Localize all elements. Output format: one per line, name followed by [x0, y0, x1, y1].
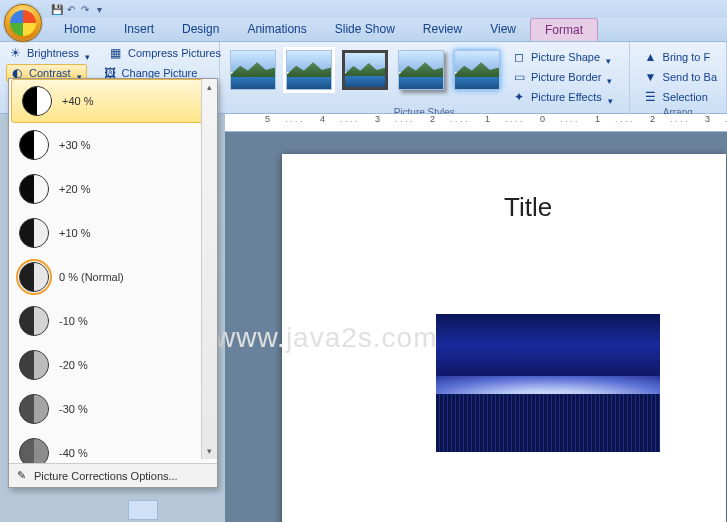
tab-animations[interactable]: Animations — [233, 18, 320, 41]
contrast-dropdown: +40 %+30 %+20 %+10 %0 % (Normal)-10 %-20… — [8, 78, 218, 488]
ruler-tick: 0 — [540, 114, 545, 124]
contrast-item[interactable]: +40 % — [11, 79, 215, 123]
ruler-minor: · · · · — [670, 116, 688, 126]
tab-slideshow[interactable]: Slide Show — [321, 18, 409, 41]
compress-button[interactable]: ▦ Compress Pictures — [107, 44, 222, 62]
compress-icon: ▦ — [108, 45, 124, 61]
compress-label: Compress Pictures — [128, 47, 221, 59]
front-icon: ▲ — [643, 49, 659, 65]
send-to-back-label: Send to Ba — [663, 71, 717, 83]
chevron-down-icon — [606, 54, 613, 61]
contrast-item[interactable]: +20 % — [9, 167, 217, 211]
style-thumb-1[interactable] — [230, 50, 276, 90]
ruler-tick: 2 — [650, 114, 655, 124]
tab-review[interactable]: Review — [409, 18, 476, 41]
contrast-swatch-icon — [19, 218, 49, 248]
selection-icon: ☰ — [643, 89, 659, 105]
chevron-down-icon — [608, 94, 615, 101]
contrast-swatch-icon — [19, 262, 49, 292]
contrast-item-label: +40 % — [62, 95, 94, 107]
contrast-swatch-icon — [19, 438, 49, 463]
ruler-tick: 4 — [320, 114, 325, 124]
ruler-minor: · · · · — [450, 116, 468, 126]
back-icon: ▼ — [643, 69, 659, 85]
slide-thumbnail-panel[interactable] — [128, 500, 158, 520]
slide[interactable]: Title — [282, 154, 726, 522]
ruler-minor: · · · · — [505, 116, 523, 126]
ruler-tick: 3 — [375, 114, 380, 124]
contrast-swatch-icon — [22, 86, 52, 116]
bring-to-front-button[interactable]: ▲ Bring to F — [642, 48, 718, 66]
contrast-item-label: 0 % (Normal) — [59, 271, 124, 283]
chevron-down-icon — [607, 74, 614, 81]
contrast-swatch-icon — [19, 130, 49, 160]
brightness-icon: ☀ — [7, 45, 23, 61]
style-thumb-2[interactable] — [286, 50, 332, 90]
ruler-tick: 1 — [485, 114, 490, 124]
picture-border-button[interactable]: ▭ Picture Border — [510, 68, 616, 86]
redo-icon[interactable]: ↷ — [78, 2, 92, 16]
bring-to-front-label: Bring to F — [663, 51, 711, 63]
tab-insert[interactable]: Insert — [110, 18, 168, 41]
contrast-item-label: -30 % — [59, 403, 88, 415]
tab-design[interactable]: Design — [168, 18, 233, 41]
qat-more-icon[interactable]: ▾ — [92, 2, 106, 16]
contrast-item-label: +10 % — [59, 227, 91, 239]
contrast-item[interactable]: -20 % — [9, 343, 217, 387]
scrollbar[interactable]: ▴ ▾ — [201, 79, 217, 459]
picture-border-label: Picture Border — [531, 71, 601, 83]
style-thumb-3[interactable] — [342, 50, 388, 90]
contrast-swatch-icon — [19, 350, 49, 380]
picture-shape-label: Picture Shape — [531, 51, 600, 63]
selection-pane-label: Selection — [663, 91, 708, 103]
ruler-tick: 3 — [705, 114, 710, 124]
contrast-item[interactable]: -30 % — [9, 387, 217, 431]
effects-icon: ✦ — [511, 89, 527, 105]
contrast-item[interactable]: -40 % — [9, 431, 217, 463]
slide-title[interactable]: Title — [504, 192, 552, 223]
ruler-minor: · · · · — [340, 116, 358, 126]
contrast-item-label: -20 % — [59, 359, 88, 371]
border-icon: ▭ — [511, 69, 527, 85]
scroll-down-icon[interactable]: ▾ — [202, 443, 217, 459]
contrast-swatch-icon — [19, 394, 49, 424]
picture-effects-button[interactable]: ✦ Picture Effects — [510, 88, 616, 106]
style-thumb-4[interactable] — [398, 50, 444, 90]
slide-picture[interactable] — [436, 314, 660, 452]
brightness-button[interactable]: ☀ Brightness — [6, 44, 93, 62]
contrast-item[interactable]: -10 % — [9, 299, 217, 343]
contrast-item-label: +20 % — [59, 183, 91, 195]
contrast-item[interactable]: +30 % — [9, 123, 217, 167]
contrast-item[interactable]: +10 % — [9, 211, 217, 255]
scroll-up-icon[interactable]: ▴ — [202, 79, 217, 95]
style-thumb-5[interactable] — [454, 50, 500, 90]
ruler-minor: · · · · — [285, 116, 303, 126]
office-button[interactable] — [4, 4, 42, 42]
contrast-item-label: -40 % — [59, 447, 88, 459]
picture-effects-label: Picture Effects — [531, 91, 602, 103]
options-icon: ✎ — [17, 469, 26, 482]
contrast-options-button[interactable]: ✎ Picture Corrections Options... — [9, 463, 217, 487]
selection-pane-button[interactable]: ☰ Selection — [642, 88, 718, 106]
tab-view[interactable]: View — [476, 18, 530, 41]
send-to-back-button[interactable]: ▼ Send to Ba — [642, 68, 718, 86]
contrast-swatch-icon — [19, 174, 49, 204]
tab-format[interactable]: Format — [530, 18, 598, 41]
quick-access-toolbar: 💾 ↶ ↷ ▾ — [0, 0, 727, 18]
ruler-tick: 5 — [265, 114, 270, 124]
group-arrange: ▲ Bring to F ▼ Send to Ba ☰ Selection Ar… — [630, 42, 727, 113]
contrast-item[interactable]: 0 % (Normal) — [9, 255, 217, 299]
brightness-label: Brightness — [27, 47, 79, 59]
ruler-tick: 2 — [430, 114, 435, 124]
ruler-minor: · · · · — [395, 116, 413, 126]
ribbon-tabs: Home Insert Design Animations Slide Show… — [0, 18, 727, 42]
undo-icon[interactable]: ↶ — [64, 2, 78, 16]
contrast-swatch-icon — [19, 306, 49, 336]
chevron-down-icon — [85, 50, 92, 57]
save-icon[interactable]: 💾 — [50, 2, 64, 16]
contrast-options-label: Picture Corrections Options... — [34, 470, 178, 482]
ruler-minor: · · · · — [560, 116, 578, 126]
style-gallery[interactable] — [226, 44, 504, 106]
picture-shape-button[interactable]: ◻ Picture Shape — [510, 48, 616, 66]
tab-home[interactable]: Home — [50, 18, 110, 41]
